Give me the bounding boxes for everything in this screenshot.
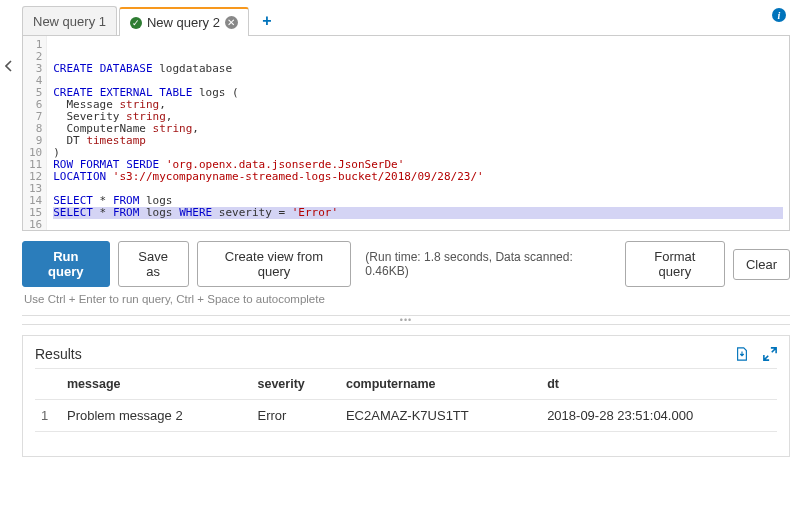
editor-actions: Run query Save as Create view from query… — [22, 231, 790, 291]
panel-resize-handle[interactable]: ••• — [22, 315, 790, 325]
editor-gutter: 12345678910111213141516 — [23, 36, 47, 231]
check-icon: ✓ — [130, 17, 142, 29]
cell-rownum: 1 — [35, 400, 61, 432]
results-table: message severity computername dt 1Proble… — [35, 368, 777, 432]
tab-label: New query 2 — [147, 15, 220, 30]
create-view-button[interactable]: Create view from query — [197, 241, 352, 287]
results-header-row: message severity computername dt — [35, 369, 777, 400]
expand-icon[interactable] — [763, 347, 777, 361]
tab-new-query-1[interactable]: New query 1 — [22, 6, 117, 35]
tab-new-query-2[interactable]: ✓ New query 2 ✕ — [119, 7, 249, 36]
editor-code[interactable]: CREATE DATABASE logdatabase CREATE EXTER… — [47, 36, 789, 231]
clear-button[interactable]: Clear — [733, 249, 790, 280]
results-title: Results — [35, 346, 82, 362]
cell-message: Problem message 2 — [61, 400, 251, 432]
add-tab-button[interactable]: + — [255, 9, 279, 33]
col-dt: dt — [541, 369, 777, 400]
tab-label: New query 1 — [33, 14, 106, 29]
run-query-button[interactable]: Run query — [22, 241, 110, 287]
col-severity: severity — [251, 369, 339, 400]
col-message: message — [61, 369, 251, 400]
run-info-text: (Run time: 1.8 seconds, Data scanned: 0.… — [365, 250, 608, 278]
cell-computername: EC2AMAZ-K7US1TT — [340, 400, 541, 432]
drag-icon: ••• — [400, 317, 412, 323]
results-panel: Results message severity computername dt — [22, 335, 790, 457]
plus-icon: + — [262, 12, 271, 30]
query-tabs: New query 1 ✓ New query 2 ✕ + — [22, 6, 790, 36]
cell-severity: Error — [251, 400, 339, 432]
table-row[interactable]: 1Problem message 2ErrorEC2AMAZ-K7US1TT20… — [35, 400, 777, 432]
save-as-button[interactable]: Save as — [118, 241, 189, 287]
close-icon[interactable]: ✕ — [225, 16, 238, 29]
cell-dt: 2018-09-28 23:51:04.000 — [541, 400, 777, 432]
sql-editor[interactable]: 12345678910111213141516 CREATE DATABASE … — [22, 36, 790, 231]
shortcut-hint: Use Ctrl + Enter to run query, Ctrl + Sp… — [22, 291, 790, 315]
format-query-button[interactable]: Format query — [625, 241, 725, 287]
download-icon[interactable] — [735, 347, 749, 361]
col-computername: computername — [340, 369, 541, 400]
col-rownum — [35, 369, 61, 400]
sidebar-collapse-handle[interactable] — [2, 52, 16, 80]
